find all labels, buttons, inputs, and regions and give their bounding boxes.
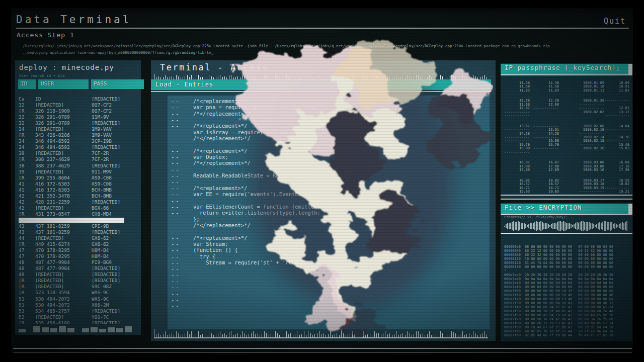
cell: 43	[19, 223, 35, 229]
hex-row: 000e7ed0 0a 0a 0a 0a 0a 0a 0a 0a 0a 0a 0…	[504, 277, 631, 281]
equalizer-bar	[59, 326, 66, 332]
cell: 1980.03.16	[559, 168, 604, 172]
ruler-bar	[473, 75, 473, 79]
ruler-bar	[218, 333, 218, 337]
header-end-cap	[628, 64, 632, 74]
wave-bar	[560, 221, 561, 230]
loadbar-divider	[151, 91, 491, 92]
user-table: CaID[REDACTED]32[REDACTED]0Q7-CF2[R326 2…	[19, 96, 139, 324]
cell: H8M-B4	[92, 253, 139, 259]
cell: Ca	[19, 96, 35, 102]
ruler-bar	[462, 331, 463, 337]
ruler-bar	[407, 331, 408, 337]
wave-bar	[574, 224, 575, 228]
ruler-bar	[337, 333, 337, 337]
table-row: [R399 255-8604AS9-C08	[19, 175, 139, 181]
ruler-bar	[440, 75, 441, 79]
code-view[interactable]: --/*<replacement>*/--var pna = require('…	[168, 96, 490, 329]
ruler-bar	[312, 335, 313, 337]
ruler-bar	[394, 334, 394, 338]
wave-bar	[581, 221, 582, 231]
ruler-bar	[326, 335, 326, 337]
wave-bar	[602, 222, 603, 230]
wave-bar	[601, 223, 602, 229]
ruler-bar	[319, 75, 319, 79]
cell	[530, 114, 559, 118]
code-text: };	[193, 216, 200, 222]
column-header-pass[interactable]: PASS	[91, 79, 144, 89]
code-text: return e<itter.listeners(type).length;	[193, 210, 320, 216]
cell: 42	[19, 193, 35, 199]
gutter-mark: --	[171, 210, 183, 216]
code-line: --	[168, 117, 490, 123]
ruler-bar	[378, 333, 379, 337]
wave-bar	[525, 224, 526, 228]
ruler-bar	[420, 334, 421, 338]
wave-bar	[622, 222, 623, 230]
ruler-bar	[284, 333, 284, 337]
column-header-id[interactable]: ID	[18, 79, 36, 89]
cell: 32	[19, 102, 35, 108]
wave-bar	[516, 222, 517, 230]
wave-bar	[515, 222, 516, 230]
ruler-bar	[213, 335, 214, 337]
deploy-log-line-2: ..deploying application fuse-mac-appjfby…	[23, 50, 213, 55]
wave-bar	[577, 222, 578, 229]
ruler-bar	[255, 334, 256, 338]
cell: 34	[19, 126, 35, 132]
ruler-bar	[460, 334, 460, 338]
cell: [REDACTED]	[92, 199, 139, 205]
ruler-bar	[455, 333, 456, 337]
table-row: 47470 178-8295H8M-B4	[19, 247, 139, 253]
cell: 41	[19, 181, 35, 187]
cell	[559, 151, 604, 154]
gutter-mark: --	[171, 141, 183, 147]
ruler-bar	[304, 75, 304, 79]
cell: AS9-C08	[92, 175, 139, 181]
code-line: --	[168, 291, 490, 297]
wave-bar	[590, 223, 591, 228]
gutter-mark: --	[171, 172, 183, 178]
ruler-bar	[251, 333, 252, 337]
wave-bar	[563, 221, 564, 230]
cell: 0Q7-CF2	[92, 102, 139, 108]
cell: 326 291-0789	[35, 114, 92, 120]
ruler-bar	[354, 334, 355, 338]
wave-bar	[543, 223, 544, 230]
ruler-bar	[475, 333, 476, 337]
code-text: (function () {	[193, 247, 238, 253]
hex-row: 00000120 51 e5 74 64 06 00 00 00 00 00 0…	[504, 261, 631, 265]
ruler-bar	[286, 75, 287, 79]
cell: ------------	[504, 114, 530, 118]
code-text: Readable.ReadableState = ReadableState;	[193, 172, 317, 178]
gutter-mark: --	[171, 265, 183, 272]
wave-bar	[617, 225, 618, 227]
gutter-mark: --	[171, 198, 183, 204]
quit-button[interactable]: Quit	[604, 17, 626, 26]
hex-row: 000e7ee0 0d 0d 0d 0d 0d 0d 0d 0d 0d 0d 0…	[504, 281, 631, 285]
code-text: var Duplex;	[193, 154, 228, 160]
cell: [REDACTED]	[35, 278, 92, 284]
cell: [R	[19, 284, 35, 290]
cell: [REDACTED]	[92, 229, 139, 235]
code-text: /*</replacement>*/	[193, 111, 251, 117]
code-text: Stream = require('st' + 'ream');	[193, 259, 308, 265]
column-header-user[interactable]: USER	[38, 79, 89, 89]
ruler-bar	[242, 331, 243, 337]
cell: 15.83	[604, 147, 629, 150]
wave-bar	[519, 222, 520, 231]
ruler-bar	[209, 331, 209, 337]
code-line: --	[168, 284, 490, 290]
cell: [REDACTED]	[92, 265, 139, 272]
ruler-bar	[487, 334, 487, 338]
wave-bar	[545, 223, 546, 229]
ruler-bar	[359, 335, 359, 337]
cell: 470 178-8295	[35, 247, 92, 253]
cell: BGX-66	[92, 205, 139, 211]
equalizer-bar	[82, 328, 89, 332]
cell: 523 118-3594	[35, 290, 92, 296]
hex-row: 000e7fb0 92 d5 4d 06 cf f0 80 44 f6 4a e…	[504, 333, 631, 337]
equalizer-bar	[108, 327, 115, 332]
equalizer-bar	[42, 327, 49, 332]
ruler-bar	[187, 75, 188, 79]
